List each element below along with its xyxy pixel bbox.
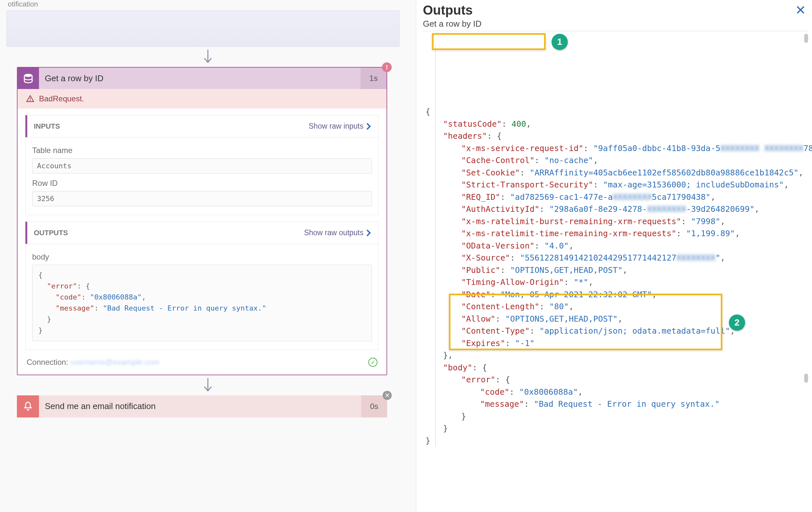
notification-title: Send me an email notification	[39, 401, 361, 411]
outputs-label: OUTPUTS	[34, 229, 68, 237]
outputs-panel: Outputs ✕ Get a row by ID {"statusCode":…	[416, 0, 812, 512]
notification-duration: 0s	[361, 395, 387, 418]
warning-icon	[26, 94, 34, 103]
svg-point-2	[30, 100, 31, 101]
chevron-right-icon	[366, 122, 372, 130]
action-card-notification[interactable]: ✕ Send me an email notification 0s	[17, 395, 387, 418]
outputs-json-viewer[interactable]: {"statusCode": 400,"headers": {"x-ms-ser…	[423, 31, 808, 447]
inputs-section-header: INPUTS Show raw inputs	[25, 115, 379, 137]
scrollbar-thumb[interactable]	[804, 34, 808, 43]
row-id-label: Row ID	[32, 179, 372, 188]
outputs-section-header: OUTPUTS Show raw outputs	[25, 222, 379, 244]
action-duration: 1s	[360, 67, 386, 89]
error-badge-icon: !	[382, 62, 392, 72]
connection-value: username@example.com	[70, 358, 160, 366]
chevron-right-icon	[366, 229, 372, 237]
inputs-section-body: Table name Accounts Row ID 3256	[25, 137, 379, 215]
show-raw-outputs-link[interactable]: Show raw outputs	[304, 228, 372, 237]
outputs-section-body: body { "error": { "code": "0x8006088a", …	[25, 244, 379, 350]
dataverse-icon	[18, 67, 39, 89]
outputs-body-json: { "error": { "code": "0x8006088a", "mess…	[32, 265, 372, 341]
check-circle-icon: ✓	[368, 358, 377, 367]
connection-row: Connection: username@example.com ✓	[18, 350, 386, 375]
table-name-value: Accounts	[32, 158, 372, 173]
table-name-label: Table name	[32, 146, 372, 155]
action-card-get-row[interactable]: ! Get a row by ID 1s BadRequest. INPUTS …	[17, 67, 387, 375]
flow-arrow-icon	[6, 49, 409, 64]
prev-card-title-fragment: otification	[6, 0, 409, 8]
annotation-callout-1: 1	[552, 34, 568, 50]
close-icon[interactable]: ✕	[383, 391, 392, 400]
close-panel-button[interactable]: ✕	[795, 3, 806, 18]
inputs-label: INPUTS	[34, 122, 60, 131]
connection-label: Connection:	[27, 358, 68, 366]
prev-card-placeholder[interactable]	[6, 10, 400, 47]
action-title: Get a row by ID	[39, 74, 360, 84]
show-raw-inputs-text: Show raw inputs	[309, 122, 364, 131]
body-label: body	[32, 252, 372, 261]
show-raw-outputs-text: Show raw outputs	[304, 228, 364, 237]
flow-arrow-icon	[6, 378, 409, 393]
row-id-value: 3256	[32, 191, 372, 206]
outputs-panel-title: Outputs	[423, 3, 472, 18]
show-raw-inputs-link[interactable]: Show raw inputs	[309, 122, 372, 131]
action-card-header[interactable]: Get a row by ID 1s	[18, 67, 386, 89]
annotation-callout-2: 2	[729, 314, 745, 331]
bell-icon	[17, 395, 39, 418]
error-text: BadRequest.	[39, 94, 84, 103]
svg-point-0	[24, 74, 32, 77]
flow-canvas: otification ! Get a row by ID 1s BadRequ…	[0, 0, 416, 512]
error-strip: BadRequest.	[18, 89, 386, 109]
outputs-panel-subtitle: Get a row by ID	[423, 19, 808, 29]
